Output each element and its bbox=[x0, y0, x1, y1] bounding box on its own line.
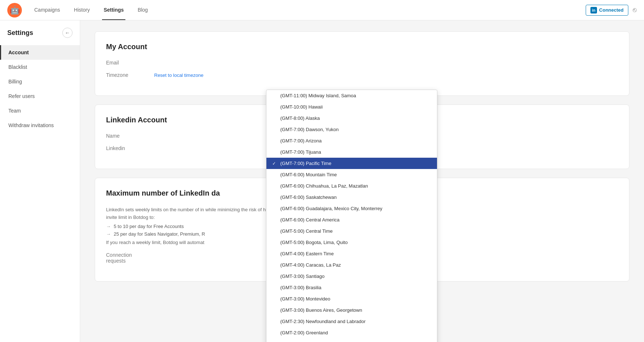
sidebar-item-billing[interactable]: Billing bbox=[0, 74, 80, 89]
logout-icon[interactable]: ⎋ bbox=[633, 6, 637, 14]
sidebar-item-withdraw-invitations[interactable]: Withdraw invitations bbox=[0, 118, 80, 133]
main-content: My Account Email Timezone Reset to local… bbox=[80, 20, 644, 342]
timezone-option-label: (GMT-6:00) Guadalajara, Mexico City, Mon… bbox=[280, 206, 382, 211]
sidebar-item-account[interactable]: Account bbox=[0, 45, 80, 60]
timezone-option-5[interactable]: (GMT-7:00) Tijuana bbox=[266, 146, 437, 158]
timezone-row: Timezone Reset to local timezone bbox=[106, 72, 618, 78]
timezone-option-12[interactable]: (GMT-5:00) Central Time bbox=[266, 225, 437, 237]
timezone-option-label: (GMT-5:00) Bogota, Lima, Quito bbox=[280, 240, 348, 245]
timezone-label: Timezone bbox=[106, 72, 143, 78]
timezone-option-17[interactable]: (GMT-3:00) Brasilia bbox=[266, 282, 437, 293]
timezone-option-18[interactable]: (GMT-3:00) Montevideo bbox=[266, 293, 437, 304]
sidebar-title: Settings bbox=[7, 29, 33, 37]
my-account-section: My Account Email Timezone Reset to local… bbox=[95, 31, 629, 96]
timezone-option-label: (GMT-5:00) Central Time bbox=[280, 228, 333, 234]
nav-settings[interactable]: Settings bbox=[102, 0, 125, 20]
reset-timezone-button[interactable]: Reset to local timezone bbox=[154, 72, 203, 78]
logo-robot: 🤖 bbox=[7, 3, 22, 17]
timezone-option-label: (GMT-10:00) Hawaii bbox=[280, 104, 323, 110]
checkmark-icon: ✓ bbox=[272, 161, 277, 166]
timezone-option-1[interactable]: (GMT-10:00) Hawaii bbox=[266, 101, 437, 113]
sidebar: Settings ← Account Blacklist Billing Ref… bbox=[0, 20, 80, 342]
timezone-option-8[interactable]: (GMT-6:00) Chihuahua, La Paz, Mazatlan bbox=[266, 180, 437, 192]
name-label: Name bbox=[106, 133, 143, 139]
timezone-option-label: (GMT-6:00) Chihuahua, La Paz, Mazatlan bbox=[280, 183, 368, 189]
timezone-option-9[interactable]: (GMT-6:00) Saskatchewan bbox=[266, 192, 437, 203]
timezone-option-label: (GMT-6:00) Mountain Time bbox=[280, 172, 337, 177]
timezone-option-label: (GMT-7:00) Dawson, Yukon bbox=[280, 127, 339, 132]
timezone-option-10[interactable]: (GMT-6:00) Guadalajara, Mexico City, Mon… bbox=[266, 203, 437, 214]
timezone-dropdown[interactable]: (GMT-11:00) Midway Island, Samoa(GMT-10:… bbox=[266, 90, 437, 342]
timezone-option-label: (GMT-3:00) Santiago bbox=[280, 274, 324, 279]
timezone-option-20[interactable]: (GMT-2:30) Newfoundland and Labrador bbox=[266, 316, 437, 327]
nav-blog[interactable]: Blog bbox=[136, 0, 149, 20]
timezone-option-label: (GMT-3:00) Brasilia bbox=[280, 285, 321, 290]
back-button[interactable]: ← bbox=[62, 28, 73, 38]
connected-button[interactable]: in Connected bbox=[586, 5, 628, 16]
timezone-option-7[interactable]: (GMT-6:00) Mountain Time bbox=[266, 169, 437, 180]
timezone-option-label: (GMT-2:00) Greenland bbox=[280, 330, 328, 335]
nav-history[interactable]: History bbox=[73, 0, 91, 20]
timezone-option-label: (GMT-2:30) Newfoundland and Labrador bbox=[280, 319, 366, 324]
timezone-option-0[interactable]: (GMT-11:00) Midway Island, Samoa bbox=[266, 90, 437, 101]
logo[interactable]: 🤖 bbox=[7, 3, 22, 17]
layout: Settings ← Account Blacklist Billing Ref… bbox=[0, 20, 644, 342]
timezone-option-label: (GMT-3:00) Montevideo bbox=[280, 296, 330, 302]
sidebar-item-refer-users[interactable]: Refer users bbox=[0, 89, 80, 103]
sidebar-item-team[interactable]: Team bbox=[0, 103, 80, 118]
linkedin-label: Linkedin bbox=[106, 145, 143, 151]
nav-campaigns[interactable]: Campaigns bbox=[33, 0, 62, 20]
timezone-option-22[interactable]: (GMT-1:00) Cape Verde Islands bbox=[266, 338, 437, 342]
timezone-option-21[interactable]: (GMT-2:00) Greenland bbox=[266, 327, 437, 338]
sidebar-header: Settings ← bbox=[0, 28, 80, 45]
timezone-option-label: (GMT-6:00) Saskatchewan bbox=[280, 194, 337, 200]
email-row: Email bbox=[106, 60, 618, 66]
sidebar-item-blacklist[interactable]: Blacklist bbox=[0, 60, 80, 74]
linkedin-icon: in bbox=[590, 7, 597, 13]
email-label: Email bbox=[106, 60, 143, 66]
arrow-icon-1: → bbox=[106, 224, 111, 229]
timezone-option-15[interactable]: (GMT-4:00) Caracas, La Paz bbox=[266, 259, 437, 271]
timezone-option-11[interactable]: (GMT-6:00) Central America bbox=[266, 214, 437, 225]
timezone-option-label: (GMT-8:00) Alaska bbox=[280, 115, 320, 121]
timezone-option-label: (GMT-7:00) Tijuana bbox=[280, 149, 321, 155]
top-nav: 🤖 Campaigns History Settings Blog in Con… bbox=[0, 0, 644, 20]
my-account-title: My Account bbox=[106, 43, 618, 51]
timezone-option-14[interactable]: (GMT-4:00) Eastern Time bbox=[266, 248, 437, 259]
timezone-option-label: (GMT-4:00) Eastern Time bbox=[280, 251, 334, 256]
timezone-option-4[interactable]: (GMT-7:00) Arizona bbox=[266, 135, 437, 146]
nav-right: in Connected ⎋ bbox=[586, 5, 637, 16]
timezone-option-label: (GMT-7:00) Pacific Time bbox=[280, 161, 331, 166]
timezone-option-16[interactable]: (GMT-3:00) Santiago bbox=[266, 271, 437, 282]
timezone-option-label: (GMT-4:00) Caracas, La Paz bbox=[280, 262, 341, 268]
timezone-option-label: (GMT-11:00) Midway Island, Samoa bbox=[280, 93, 356, 98]
timezone-option-13[interactable]: (GMT-5:00) Bogota, Lima, Quito bbox=[266, 237, 437, 248]
arrow-icon-2: → bbox=[106, 231, 111, 237]
connected-label: Connected bbox=[599, 7, 624, 13]
connection-requests-label: Connection requests bbox=[106, 252, 143, 264]
timezone-option-2[interactable]: (GMT-8:00) Alaska bbox=[266, 113, 437, 124]
timezone-option-label: (GMT-6:00) Central America bbox=[280, 217, 340, 223]
timezone-option-label: (GMT-7:00) Arizona bbox=[280, 138, 321, 144]
timezone-controls: Reset to local timezone bbox=[148, 72, 203, 78]
timezone-option-label: (GMT-3:00) Buenos Aires, Georgetown bbox=[280, 307, 362, 313]
timezone-option-3[interactable]: (GMT-7:00) Dawson, Yukon bbox=[266, 124, 437, 135]
timezone-option-19[interactable]: (GMT-3:00) Buenos Aires, Georgetown bbox=[266, 304, 437, 316]
timezone-option-6[interactable]: ✓(GMT-7:00) Pacific Time bbox=[266, 158, 437, 169]
nav-links: Campaigns History Settings Blog bbox=[33, 0, 586, 20]
